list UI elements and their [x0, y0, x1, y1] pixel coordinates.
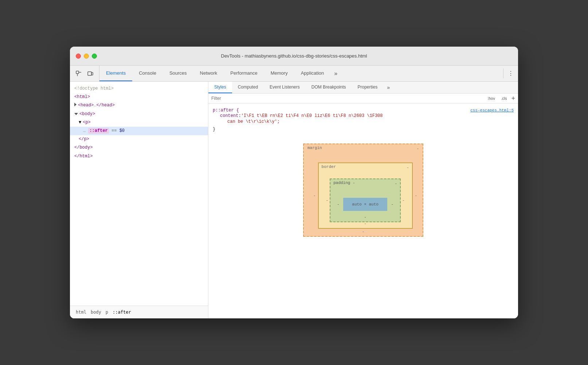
window-title: DevTools - mathiasbynens.github.io/css-d…: [221, 53, 367, 59]
margin-label: margin: [307, 146, 322, 150]
dom-html-close[interactable]: </html>: [70, 152, 208, 161]
margin-right-value: -: [413, 193, 420, 198]
dom-head[interactable]: <head>…</head>: [70, 101, 208, 110]
padding-top-value: -: [395, 181, 397, 186]
breadcrumb-html[interactable]: html: [74, 309, 88, 315]
border-label: border: [322, 165, 336, 169]
toolbar-icons: [70, 66, 99, 81]
styles-tab-properties[interactable]: Properties: [352, 82, 383, 93]
styles-panel: Styles Computed Event Listeners DOM Brea…: [208, 82, 518, 318]
styles-tab-computed[interactable]: Computed: [232, 82, 264, 93]
more-tabs-button[interactable]: »: [330, 66, 341, 81]
main-tabs: Elements Console Sources Network Perform…: [99, 66, 503, 81]
padding-label: padding -: [333, 181, 355, 185]
box-content: auto × auto: [343, 198, 387, 211]
dom-p-close[interactable]: </p>: [70, 135, 208, 144]
margin-bottom-value: -: [362, 229, 365, 234]
css-source-link[interactable]: css-escapes.html:5: [470, 108, 514, 113]
css-property-content-line2: can be \t\r\ic\k\y';: [213, 119, 514, 125]
dom-body-close[interactable]: </body>: [70, 144, 208, 152]
svg-rect-3: [88, 72, 91, 75]
box-border: border - - - padding - - -: [318, 162, 413, 229]
devtools-toolbar: Elements Console Sources Network Perform…: [70, 66, 518, 82]
margin-middle-row: - border - - - padding - -: [311, 162, 415, 229]
dom-tree[interactable]: <!doctype html> <html> <head>…</head> <b…: [70, 82, 208, 306]
tab-application[interactable]: Application: [294, 66, 331, 81]
maximize-button[interactable]: [92, 54, 97, 59]
margin-left-value: -: [311, 193, 318, 198]
styles-tab-dom-breakpoints[interactable]: DOM Breakpoints: [306, 82, 352, 93]
dom-p-open[interactable]: ▼<p>: [70, 118, 208, 127]
padding-middle-row: - auto × auto -: [336, 192, 395, 216]
border-right-value: -: [401, 198, 406, 203]
tab-sources[interactable]: Sources: [163, 66, 193, 81]
svg-rect-0: [76, 71, 79, 74]
css-closing-brace: }: [208, 126, 518, 133]
css-rule-block: p::after { css-escapes.html:5 content: '…: [208, 106, 518, 126]
filter-bar: :hov .cls +: [208, 94, 518, 103]
traffic-lights: [76, 54, 97, 59]
css-property-content: content: 'I\F1 t\EB rn\E2 ti\F4 n\E0 liz…: [213, 113, 514, 119]
close-button[interactable]: [76, 54, 81, 59]
breadcrumb: html body p ::after: [70, 306, 208, 318]
padding-right-value: -: [389, 202, 395, 207]
padding-left-value: -: [336, 202, 341, 207]
more-styles-tabs-button[interactable]: »: [383, 82, 393, 93]
border-top-value: -: [407, 165, 409, 170]
dom-after-element[interactable]: … ::after == $0: [70, 127, 208, 135]
css-rules: p::after { css-escapes.html:5 content: '…: [208, 103, 518, 318]
filter-input[interactable]: [211, 96, 486, 101]
svg-rect-4: [91, 72, 93, 75]
padding-bottom-value: -: [364, 215, 366, 219]
box-model-area: margin - - - border - -: [208, 133, 518, 248]
tab-console[interactable]: Console: [132, 66, 163, 81]
expand-head-icon: [74, 103, 77, 106]
dom-body-open[interactable]: <body>: [70, 110, 208, 118]
border-left-value: -: [325, 198, 330, 203]
styles-tab-event-listeners[interactable]: Event Listeners: [264, 82, 306, 93]
toolbar-menu-button[interactable]: ⋮: [503, 66, 518, 81]
tab-network[interactable]: Network: [193, 66, 224, 81]
dom-panel: <!doctype html> <html> <head>…</head> <b…: [70, 82, 208, 318]
css-rule-header: p::after { css-escapes.html:5: [213, 108, 514, 113]
filter-actions: :hov .cls +: [486, 95, 515, 102]
border-middle-row: - padding - - - - auto × au: [325, 178, 406, 222]
main-content: <!doctype html> <html> <head>…</head> <b…: [70, 82, 518, 318]
add-style-button[interactable]: +: [511, 95, 515, 102]
device-icon[interactable]: [86, 69, 95, 78]
minimize-button[interactable]: [84, 54, 89, 59]
devtools-window: DevTools - mathiasbynens.github.io/css-d…: [70, 47, 518, 318]
content-size: auto × auto: [352, 202, 379, 207]
box-margin: margin - - - border - -: [303, 144, 423, 237]
tab-elements[interactable]: Elements: [99, 66, 132, 81]
breadcrumb-p[interactable]: p: [104, 309, 110, 315]
breadcrumb-after[interactable]: ::after: [111, 309, 133, 315]
cls-button[interactable]: .cls: [499, 95, 509, 101]
styles-tabs: Styles Computed Event Listeners DOM Brea…: [208, 82, 518, 94]
tab-memory[interactable]: Memory: [264, 66, 294, 81]
breadcrumb-body[interactable]: body: [89, 309, 103, 315]
styles-tab-styles[interactable]: Styles: [208, 82, 232, 93]
dom-html-open[interactable]: <html>: [70, 93, 208, 101]
margin-top-value: -: [416, 146, 419, 151]
dom-doctype: <!doctype html>: [70, 85, 208, 93]
collapse-body-icon: [74, 113, 78, 115]
titlebar: DevTools - mathiasbynens.github.io/css-d…: [70, 47, 518, 66]
inspect-icon[interactable]: [74, 69, 83, 78]
css-selector[interactable]: p::after {: [213, 108, 239, 113]
tab-performance[interactable]: Performance: [224, 66, 264, 81]
hov-button[interactable]: :hov: [486, 95, 497, 101]
box-padding: padding - - - - auto × auto: [330, 178, 401, 222]
